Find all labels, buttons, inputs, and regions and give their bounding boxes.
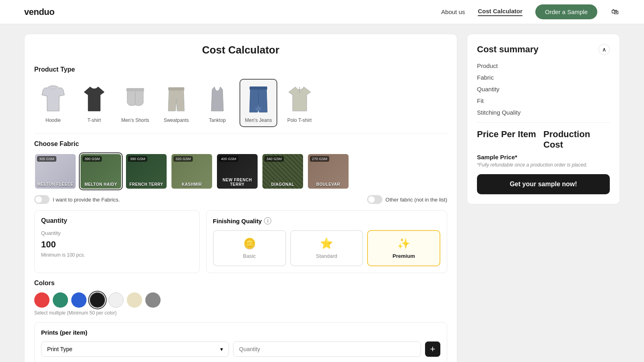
production-cost-label: Production Cost xyxy=(543,129,610,150)
get-sample-button[interactable]: Get your sample now! xyxy=(477,174,610,194)
fabric-boulevar[interactable]: 270 GSM BOULEVAR xyxy=(307,153,349,189)
nav-calculator[interactable]: Cost Calculator xyxy=(478,8,522,16)
color-white[interactable] xyxy=(108,292,124,308)
colors-section: Colors Select multiple (Minimum 50 per c… xyxy=(34,280,447,316)
sample-price: Sample Price* *Fully refundable once a p… xyxy=(477,154,610,168)
finishing-info-icon[interactable]: i xyxy=(264,217,271,224)
page-title: Cost Calculator xyxy=(34,44,447,56)
fabric-grid: 305 GSM MELTON FLEECE 390 GSM MELTON HAI… xyxy=(34,153,447,189)
finishing-options: 🪙 Basic ⭐ Standard ✨ Premium xyxy=(213,230,440,266)
cost-item-quantity: Quantity xyxy=(477,86,610,93)
shorts-label: Men's Shorts xyxy=(121,117,149,123)
collapse-icon[interactable]: ∧ xyxy=(599,44,610,55)
color-gray[interactable] xyxy=(145,292,161,308)
fabric-kashmir[interactable]: 320 GSM KASHMIR xyxy=(171,153,213,189)
standard-label: Standard xyxy=(316,253,337,259)
cost-item-fit: Fit xyxy=(477,97,610,104)
fabric-melton-haidy[interactable]: 390 GSM MELTON HAIDY xyxy=(80,153,122,189)
colors-hint: Select multiple (Minimum 50 per color) xyxy=(34,310,447,316)
cost-summary: Cost summary ∧ Product Fabric Quantity F… xyxy=(467,34,620,204)
fabric-melton-fleece[interactable]: 305 GSM MELTON FLEECE xyxy=(34,153,76,189)
provide-fabric-switch[interactable] xyxy=(34,195,50,204)
brand-logo[interactable]: venduo xyxy=(24,7,54,17)
nav-links: About us Cost Calculator Order a Sample … xyxy=(441,4,620,19)
jeans-label: Men's Jeans xyxy=(245,117,272,123)
sample-note: *Fully refundable once a production orde… xyxy=(477,162,610,168)
quantity-box: Quantity Quantity Minimum is 100 pcs. xyxy=(34,210,200,273)
product-grid: Hoodie T-shirt xyxy=(34,79,447,127)
fabric-french-terry[interactable]: 390 GSM FRENCH TERRY xyxy=(125,153,167,189)
fabric-badge: 390 GSM xyxy=(83,156,102,162)
price-row: Price Per Item Production Cost xyxy=(477,129,610,150)
fabric-badge: 340 GSM xyxy=(264,156,284,162)
polo-label: Polo T-shirt xyxy=(287,117,312,123)
provide-fabric-toggle[interactable]: I want to provide the Fabrics. xyxy=(34,195,120,204)
product-item-shorts[interactable]: Men's Shorts xyxy=(116,79,154,127)
finishing-basic[interactable]: 🪙 Basic xyxy=(213,230,286,266)
colors-label: Colors xyxy=(34,280,447,287)
cost-item-stitching: Stitching Quality xyxy=(477,109,610,116)
fabric-name: MELTON FLEECE xyxy=(35,182,76,187)
prints-row: Print Type ▾ + xyxy=(41,341,440,357)
fabric-badge: 400 GSM xyxy=(219,156,238,162)
jeans-icon xyxy=(244,83,272,115)
product-item-sweatpants[interactable]: Sweatpants xyxy=(157,79,195,127)
fabric-badge: 305 GSM xyxy=(37,156,56,162)
tanktop-label: Tanktop xyxy=(209,117,226,123)
finishing-standard[interactable]: ⭐ Standard xyxy=(290,230,363,266)
product-type-label: Product Type xyxy=(34,66,447,73)
nav-about[interactable]: About us xyxy=(441,8,465,15)
fabric-diagonal[interactable]: 340 GSM DIAGONAL xyxy=(262,153,304,189)
color-black[interactable] xyxy=(90,292,105,308)
fabric-name: FRENCH TERRY xyxy=(126,182,167,187)
fabric-badge: 390 GSM xyxy=(128,156,147,162)
product-item-polo[interactable]: Polo T-shirt xyxy=(281,79,318,127)
fabric-new-french-terry[interactable]: 400 GSM NEW FRENCH TERRY xyxy=(216,153,258,189)
finishing-box: Finishing Quality i 🪙 Basic ⭐ Standard ✨ xyxy=(206,210,447,273)
fabric-name: KASHMIR xyxy=(171,182,212,187)
quantity-label: Quantity xyxy=(41,230,193,236)
print-quantity-input[interactable] xyxy=(233,341,421,357)
other-fabric-switch[interactable] xyxy=(367,195,382,204)
quantity-section-label: Quantity xyxy=(41,217,193,224)
sample-price-label: Sample Price* xyxy=(477,154,610,160)
product-item-jeans[interactable]: Men's Jeans xyxy=(239,79,277,127)
standard-icon: ⭐ xyxy=(320,237,333,250)
premium-label: Premium xyxy=(392,253,415,259)
quantity-min-note: Minimum is 100 pcs. xyxy=(41,252,193,258)
tshirt-label: T-shirt xyxy=(87,117,101,123)
prints-section: Prints (per item) Print Type ▾ + xyxy=(34,322,447,362)
color-red[interactable] xyxy=(34,292,50,308)
product-item-tshirt[interactable]: T-shirt xyxy=(75,79,113,127)
product-item-tanktop[interactable]: Tanktop xyxy=(198,79,236,127)
fabric-section: Choose Fabric 305 GSM MELTON FLEECE 390 … xyxy=(34,140,447,204)
color-teal[interactable] xyxy=(53,292,68,308)
svg-rect-2 xyxy=(168,87,184,90)
fabric-label: Choose Fabric xyxy=(34,140,447,148)
cart-icon[interactable]: 🛍 xyxy=(610,7,620,17)
product-item-hoodie[interactable]: Hoodie xyxy=(34,79,72,127)
color-swatches xyxy=(34,292,447,308)
print-type-select[interactable]: Print Type ▾ xyxy=(41,341,229,357)
svg-rect-1 xyxy=(126,88,144,91)
other-fabric-label: Other fabric (not in the list) xyxy=(386,197,447,203)
basic-icon: 🪙 xyxy=(243,237,256,250)
polo-icon xyxy=(285,83,314,115)
fabric-name: NEW FRENCH TERRY xyxy=(217,178,258,187)
quantity-input[interactable] xyxy=(41,239,193,250)
price-per-item-col: Price Per Item xyxy=(477,129,543,150)
svg-rect-6 xyxy=(256,109,261,111)
premium-icon: ✨ xyxy=(397,237,410,250)
cost-item-product: Product xyxy=(477,62,610,69)
main-container: Cost Calculator Product Type Hoodie xyxy=(0,24,644,362)
color-blue[interactable] xyxy=(71,292,87,308)
finishing-premium[interactable]: ✨ Premium xyxy=(367,230,440,266)
other-fabric-toggle[interactable]: Other fabric (not in the list) xyxy=(367,195,447,204)
color-cream[interactable] xyxy=(127,292,142,308)
cost-items: Product Fabric Quantity Fit Stitching Qu… xyxy=(477,62,610,123)
fabric-badge: 270 GSM xyxy=(310,156,329,162)
order-sample-button[interactable]: Order a Sample xyxy=(535,4,597,19)
print-add-button[interactable]: + xyxy=(425,341,440,357)
svg-rect-5 xyxy=(255,107,262,109)
print-type-label: Print Type xyxy=(47,346,72,352)
